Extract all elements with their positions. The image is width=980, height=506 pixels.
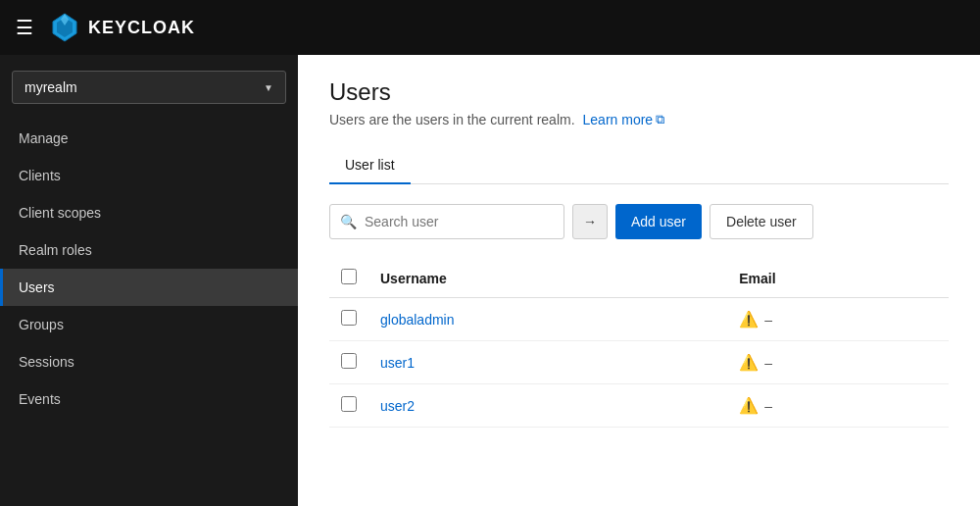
sidebar: myrealm ▼ Manage Clients Client scopes R… xyxy=(0,55,298,506)
search-row: 🔍 → Add user Delete user xyxy=(329,204,949,239)
topnav: ☰ KEYCLOAK xyxy=(0,0,980,55)
sidebar-item-clients[interactable]: Clients xyxy=(0,157,298,194)
row-checkbox-cell xyxy=(329,298,368,341)
warning-icon: ⚠️ xyxy=(739,353,759,372)
email-cell: ⚠️ – xyxy=(727,341,949,384)
table-row: globaladmin ⚠️ – xyxy=(329,298,949,341)
page-description: Users are the users in the current realm… xyxy=(329,112,949,127)
delete-user-button[interactable]: Delete user xyxy=(710,204,813,239)
username-column-header: Username xyxy=(368,259,727,298)
row-checkbox-cell xyxy=(329,384,368,428)
search-go-button[interactable]: → xyxy=(572,204,608,239)
sidebar-item-events[interactable]: Events xyxy=(0,380,298,418)
email-column-header: Email xyxy=(727,259,949,298)
username-link[interactable]: globaladmin xyxy=(380,312,455,328)
logo-area: KEYCLOAK xyxy=(49,12,195,43)
row-checkbox[interactable] xyxy=(341,396,357,412)
table-row: user1 ⚠️ – xyxy=(329,341,949,384)
warning-icon: ⚠️ xyxy=(739,310,759,329)
select-all-header xyxy=(329,259,368,298)
search-input[interactable] xyxy=(365,214,554,229)
page-title: Users xyxy=(329,78,949,106)
tab-user-list[interactable]: User list xyxy=(329,147,411,184)
email-cell: ⚠️ – xyxy=(727,298,949,341)
email-cell: ⚠️ – xyxy=(727,384,949,428)
sidebar-item-realm-roles[interactable]: Realm roles xyxy=(0,231,298,269)
username-cell: user1 xyxy=(368,341,727,384)
username-cell: user2 xyxy=(368,384,727,428)
external-link-icon: ⧉ xyxy=(656,112,664,127)
warning-icon: ⚠️ xyxy=(739,396,759,415)
chevron-down-icon: ▼ xyxy=(264,82,273,93)
content-area: Users Users are the users in the current… xyxy=(298,55,980,506)
realm-selector[interactable]: myrealm ▼ xyxy=(12,71,286,104)
logo-text: KEYCLOAK xyxy=(88,18,195,38)
sidebar-item-sessions[interactable]: Sessions xyxy=(0,343,298,380)
row-checkbox-cell xyxy=(329,341,368,384)
sidebar-item-manage[interactable]: Manage xyxy=(0,120,298,157)
hamburger-icon[interactable]: ☰ xyxy=(16,18,33,37)
row-checkbox[interactable] xyxy=(341,353,357,369)
select-all-checkbox[interactable] xyxy=(341,269,357,284)
sidebar-item-users[interactable]: Users xyxy=(0,269,298,306)
tabs: User list xyxy=(329,147,949,184)
main-layout: myrealm ▼ Manage Clients Client scopes R… xyxy=(0,55,980,506)
sidebar-item-groups[interactable]: Groups xyxy=(0,306,298,343)
username-link[interactable]: user1 xyxy=(380,355,415,371)
learn-more-link[interactable]: Learn more ⧉ xyxy=(583,112,665,127)
logo-icon xyxy=(49,12,80,43)
users-table: Username Email globaladmin xyxy=(329,259,949,428)
sidebar-item-client-scopes[interactable]: Client scopes xyxy=(0,194,298,231)
username-link[interactable]: user2 xyxy=(380,398,415,414)
realm-selector-text: myrealm xyxy=(24,79,77,95)
row-checkbox[interactable] xyxy=(341,310,357,326)
add-user-button[interactable]: Add user xyxy=(615,204,702,239)
search-input-wrapper: 🔍 xyxy=(329,204,564,239)
search-icon: 🔍 xyxy=(340,214,357,229)
table-row: user2 ⚠️ – xyxy=(329,384,949,428)
username-cell: globaladmin xyxy=(368,298,727,341)
